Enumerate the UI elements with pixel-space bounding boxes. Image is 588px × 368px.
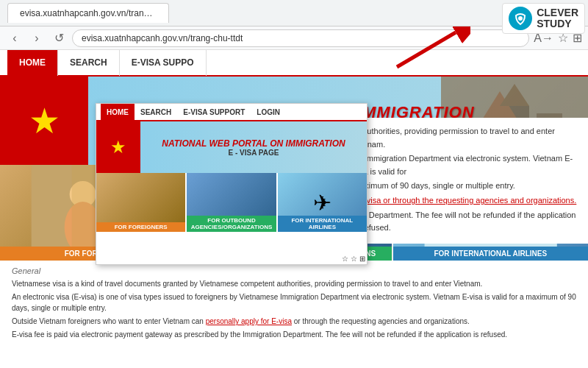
overlay-photo-2-label: FOR OUTBOUND AGENCIES/ORGANIZATIONS: [187, 216, 276, 232]
nav-search[interactable]: SEARCH: [58, 50, 120, 76]
para-3: Outside Vietnam foreigners who want to e…: [12, 316, 576, 327]
address-bar[interactable]: [72, 29, 529, 47]
overlay-flag: ★: [96, 121, 140, 173]
right-evisa-link[interactable]: r E-visa or through the requesting agenc…: [354, 196, 576, 205]
forward-button[interactable]: ›: [28, 29, 46, 47]
nav-home[interactable]: HOME: [7, 50, 58, 76]
para-1: Vietnamese visa is a kind of travel docu…: [12, 278, 576, 289]
browser-toolbar: ‹ › ↺ A→ ☆ ⊞: [0, 26, 588, 50]
overlay-photos: FOR FOREIGNERS FOR OUTBOUND AGENCIES/ORG…: [96, 173, 367, 232]
overlay-photo-2: FOR OUTBOUND AGENCIES/ORGANIZATIONS: [187, 173, 276, 232]
overlay-title-area: NATIONAL WEB PORTAL ON IMMIGRATION E - V…: [140, 138, 367, 157]
overlay-photo-1: FOR FOREIGNERS: [96, 173, 185, 232]
overlay-photo-3: ✈ FOR INTERNATIONAL AIRLINES: [278, 173, 367, 232]
para-2: An electronic visa (E-visa) is one of vi…: [12, 291, 576, 314]
refresh-button[interactable]: ↺: [50, 29, 68, 47]
right-line-5: tion Department. The fee will not be ref…: [354, 209, 581, 235]
overlay-banner: ★ NATIONAL WEB PORTAL ON IMMIGRATION E -…: [96, 121, 367, 173]
general-section: General Vietnamese visa is a kind of tra…: [0, 261, 588, 348]
clever-study-logo[interactable]: CLEVER STUDY: [502, 3, 585, 34]
overlay-subtitle: E - VISA PAGE: [140, 149, 367, 157]
overlay-nav-home[interactable]: HOME: [101, 103, 135, 121]
svg-point-1: [518, 16, 523, 21]
right-line-2: se Immigration Department via electronic…: [354, 152, 581, 178]
para-4: E-visa fee is paid via electronic paymen…: [12, 329, 576, 340]
overlay-stars: ☆ ☆ ⊞: [342, 255, 365, 263]
nav-evisa-support[interactable]: E-VISA SUPPO: [120, 50, 207, 76]
right-line-3: maximum of 90 days, single or multiple e…: [354, 180, 581, 193]
right-line-4: r E-visa or through the requesting agenc…: [354, 194, 581, 208]
overlay-photo-1-label: FOR FOREIGNERS: [96, 222, 185, 232]
clever-study-icon: [509, 7, 532, 30]
general-heading: General: [12, 266, 576, 275]
top-nav: HOME SEARCH E-VISA SUPPO: [0, 50, 588, 77]
banner-flag: [0, 77, 88, 165]
browser-tab[interactable]: evisa.xuatnhapcanh.gov.vn/trang-chu-ttdt: [7, 3, 169, 23]
overlay-nav: HOME SEARCH E-VISA SUPPORT LOGIN: [96, 104, 367, 121]
photo-airlines-label: FOR INTERNATIONAL AIRLINES: [393, 247, 588, 261]
right-line-1: nt authorities, providing permission to …: [354, 125, 581, 151]
back-button[interactable]: ‹: [6, 29, 24, 47]
clever-study-text: CLEVER STUDY: [537, 7, 578, 30]
overlay-title: NATIONAL WEB PORTAL ON IMMIGRATION: [140, 138, 367, 149]
overlay-nav-support[interactable]: E-VISA SUPPORT: [177, 103, 251, 121]
overlay-nav-login[interactable]: LOGIN: [251, 103, 286, 121]
browser-chrome: evisa.xuatnhapcanh.gov.vn/trang-chu-ttdt: [0, 0, 588, 26]
right-text-panel: nt authorities, providing permission to …: [345, 118, 588, 244]
evisa-link[interactable]: personally apply for E-visa: [206, 317, 292, 325]
overlay-nav-search[interactable]: SEARCH: [135, 103, 177, 121]
overlay-photo-3-label: FOR INTERNATIONAL AIRLINES: [278, 216, 367, 232]
overlay-website: HOME SEARCH E-VISA SUPPORT LOGIN ★ NATIO…: [96, 103, 368, 265]
